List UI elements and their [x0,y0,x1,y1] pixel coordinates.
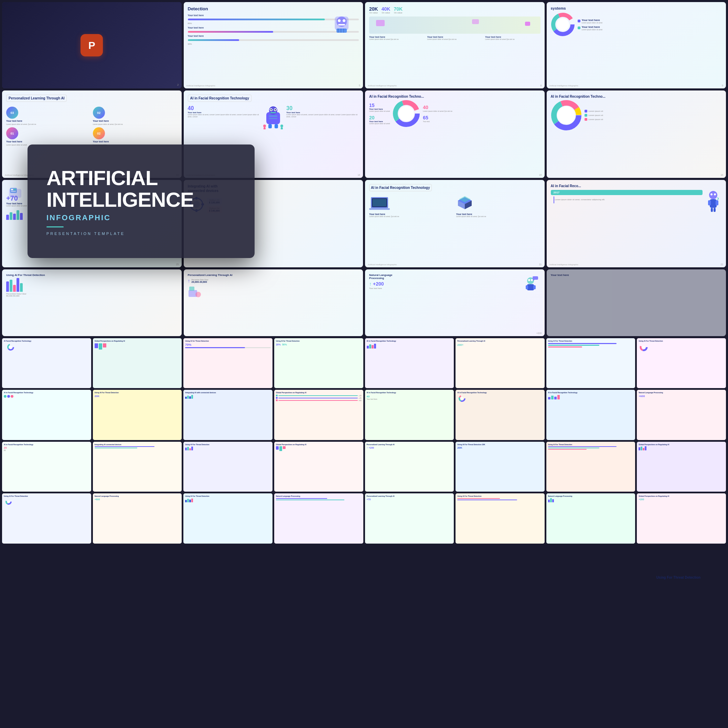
svg-rect-63 [714,208,716,212]
svg-point-3 [343,19,346,22]
svg-point-69 [531,279,533,281]
svg-point-84 [461,397,463,400]
thumb-2: Global Perspectives on Regulating AI [93,338,182,388]
slide-personal-2: Personalized Learning Through AI ↑ Perce… [184,269,363,336]
thumb-23: Using AI For Threat Detection [546,442,635,492]
slide-facial-donut: AI in Facial Recognition Techno... 15 Yo… [365,90,544,178]
thumb-1: AI Facial Recognition Technology [2,338,91,388]
svg-point-18 [275,109,276,110]
svg-rect-40 [14,189,16,190]
svg-rect-41 [11,191,16,192]
thumb-13: AI in Facial Recognition Technology 40 Y… [365,390,454,440]
hero-overlay: ARTIFICIAL INTELLIGENCE INFOGRAPHIC PRES… [28,144,255,258]
svg-rect-51 [369,208,390,210]
svg-rect-71 [526,285,528,289]
thumb-11: Integrating AI with connected devices [184,390,272,440]
svg-point-36 [557,106,575,124]
hero-description: PRESENTATION TEMPLATE [46,231,125,236]
thumb-25: Using AI For Threat Detection [2,493,91,543]
thumb-28: Natural Language Processing [274,493,363,543]
thumb-16: Natural Language Processing +600 [637,390,726,440]
thumb-24: Global Perspectives on Regulating AI [637,442,726,492]
svg-point-57 [710,193,713,196]
svg-rect-38 [10,188,17,193]
thumb-14: AI in Facial Recognition Technology [456,390,544,440]
thumb-15: AI in Facial Recognition Technology [546,390,635,440]
thumb-3: Using AI for Threat Detection 70% [184,338,272,388]
svg-point-68 [528,279,530,281]
svg-rect-50 [373,199,386,206]
svg-rect-19 [271,112,276,113]
thumb-6: Personalized Learning Through AI 230+ [456,338,544,388]
svg-point-87 [8,500,10,503]
svg-point-24 [263,125,266,127]
svg-rect-73 [532,276,538,280]
slide-facial-min: AI in Facial Recognition Technology Your… [365,180,544,267]
thumb-22: Using AI For Threat Detection 20K 20K [456,442,544,492]
svg-rect-62 [711,208,713,212]
svg-point-26 [280,125,283,127]
hero-title-line1: ARTIFICIAL [46,167,158,189]
ppt-icon: P [81,34,103,57]
slide-title-systems: systems [551,6,722,10]
slide-ppt-cover: P 2 [2,2,182,89]
svg-rect-25 [263,127,266,129]
thumb-19: Using AI For Threat Detection [184,442,272,492]
svg-point-80 [642,346,645,349]
thumb-9: AI in Facial Recognition Technology [2,390,91,440]
thumb-21: Personalized Learning Through AI ↑ +200 [365,442,454,492]
svg-rect-72 [533,285,536,289]
thumb-17: AI in Facial Recognition Technology 20 8… [2,442,91,492]
slide-facial-partial: AI in Facial Recognition Techno... Lorem… [547,90,726,178]
slide-systems: systems Your text here [547,2,726,89]
thumb-10: Using AI For Threat Detection 20K [93,390,182,440]
svg-rect-39 [11,189,13,190]
slide-values: 20K On value 40K On value 70K On value [365,2,544,89]
svg-rect-21 [269,118,277,119]
svg-point-58 [714,193,716,196]
svg-rect-27 [281,127,283,129]
svg-point-77 [9,346,12,349]
svg-rect-22 [268,124,272,128]
thumb-12: Global Perspectives on Regulating AI +20… [274,390,363,440]
svg-rect-23 [275,124,278,128]
thumb-7: Using AI For Threat Detection [546,338,635,388]
svg-point-12 [557,18,569,31]
svg-rect-20 [269,116,277,117]
fourth-row-top: Using AI For Threat Detection Percentize… [0,268,728,337]
thumb-8: Using AI For Threat Detection [637,338,726,388]
svg-rect-65 [189,287,194,291]
thumb-4: Using AI for Threat Detection 20% 50% [274,338,363,388]
svg-rect-4 [338,24,345,26]
svg-point-17 [271,109,272,110]
thumb-29: Personalized Learning Through AI +70 [365,493,454,543]
slide-num-badge: 2 [177,83,179,86]
thumb-30: Using AI For Threat Detection [456,493,544,543]
thumb-26: Natural Language Processing +600 [93,493,182,543]
top-row: P 2 Detection Your text here 80% Your te… [0,0,728,89]
threat-detection-label: Using For Threat Detection [656,575,700,580]
slide-title-personalized: Personalized Learning Through AI [6,95,67,102]
hero-title-line2: INTELLIGENCE [46,189,194,211]
thumb-27: Using AI For Threat Detection [184,493,272,543]
svg-rect-60 [708,200,711,205]
slide-nlp-2: Natural LanguageProcessing ↑ +200 Your t… [365,269,544,336]
slide-empty: Your text here [547,269,726,336]
thumb-20: Global Perspectives on Regulating AI [274,442,363,492]
bottom-thumbnails: AI Facial Recognition Technology Global … [0,337,728,546]
slide-detection: Detection Your text here 80% Your text h… [184,2,363,89]
thumb-18: Integrating AI connected devices [93,442,182,492]
thumb-5: AI in Facial Recognition Technology [365,338,454,388]
svg-point-2 [338,19,341,22]
hero-subtitle: INFOGRAPHIC [46,213,111,222]
slide-num-2: 5 [359,84,360,87]
thumb-31: Natural Language Processing [546,493,635,543]
hero-teal-line [46,226,64,228]
slide-threat-det-1: Using AI For Threat Detection Percentize… [2,269,182,336]
svg-point-66 [196,292,201,297]
main-container: P 2 Detection Your text here 80% Your te… [0,0,728,728]
thumb-32: Global Perspectives on Regulating AI +20… [637,493,726,543]
svg-point-31 [399,106,414,121]
slide-facial-robot: AI in Facial Reco... 2017 Lorem ipsum do… [547,180,726,267]
svg-point-56 [709,191,717,199]
